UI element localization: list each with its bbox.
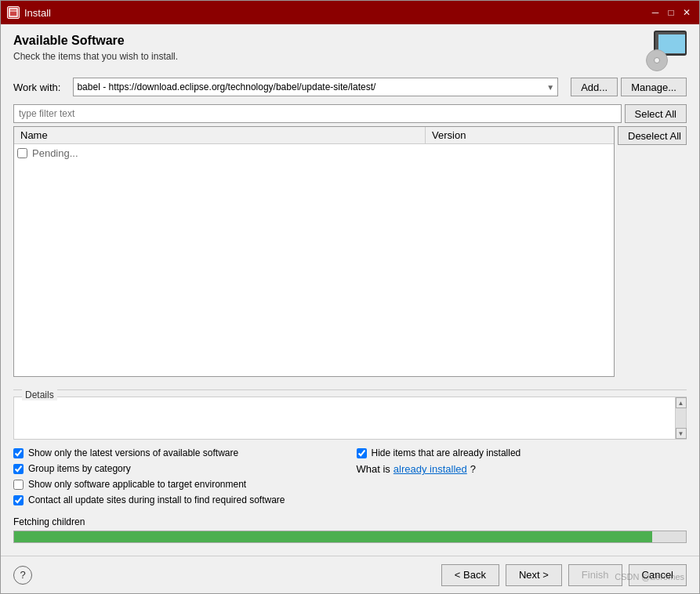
col-name: Name (14, 127, 426, 143)
row-name: Pending... (32, 147, 611, 159)
combo-value: babel - https://download.eclipse.org/tec… (77, 81, 543, 92)
options-section: Show only the latest versions of availab… (13, 447, 687, 510)
scroll-up-icon[interactable]: ▲ (676, 397, 687, 408)
select-all-button[interactable]: Select All (625, 104, 687, 123)
option-row-1: Show only the latest versions of availab… (13, 447, 344, 458)
cd-hole (654, 57, 660, 63)
filter-row: Select All (13, 104, 687, 123)
question-mark: ? (470, 463, 476, 475)
side-buttons: Deselect All (618, 126, 687, 377)
window-icon (7, 6, 20, 19)
row-checkbox[interactable] (17, 148, 27, 158)
page-title: Available Software (13, 34, 646, 48)
fetching-section: Fetching children (13, 516, 687, 543)
work-with-label: Work with: (13, 81, 60, 93)
work-with-row: Work with: babel - https://download.ecli… (13, 78, 687, 96)
page-subtitle: Check the items that you wish to install… (13, 51, 646, 62)
main-area: Name Version Pending... Deselect All (13, 126, 687, 377)
what-is-text: What is (357, 463, 390, 475)
option-row-3: Show only software applicable to target … (13, 479, 344, 490)
option-row-hide: Hide items that are already installed (357, 447, 687, 458)
software-table: Name Version Pending... (13, 126, 615, 377)
deselect-all-button[interactable]: Deselect All (618, 126, 687, 145)
option-label-1: Show only the latest versions of availab… (28, 447, 238, 458)
filter-input[interactable] (13, 104, 622, 123)
progress-bar-fill (14, 531, 652, 542)
title-bar: Install ─ □ ✕ (1, 1, 699, 24)
top-section: Available Software Check the items that … (13, 34, 687, 78)
progress-bar-container (13, 531, 687, 543)
install-icon (646, 31, 687, 71)
next-button[interactable]: Next > (506, 564, 562, 586)
option-checkbox-1[interactable] (13, 448, 24, 458)
options-right: Hide items that are already installed Wh… (357, 447, 687, 510)
close-button[interactable]: ✕ (680, 6, 693, 19)
footer: ? < Back Next > Finish Cancel CSDN @Zero… (1, 556, 699, 593)
option-label-hide: Hide items that are already installed (372, 447, 521, 458)
what-is-row: What is already installed ? (357, 463, 687, 475)
main-content: Available Software Check the items that … (1, 24, 699, 556)
minimize-button[interactable]: ─ (649, 6, 662, 19)
option-checkbox-3[interactable] (13, 480, 24, 490)
table-row[interactable]: Pending... (14, 144, 614, 161)
option-label-3: Show only software applicable to target … (28, 479, 246, 490)
options-left: Show only the latest versions of availab… (13, 447, 344, 510)
add-button[interactable]: Add... (571, 78, 618, 96)
watermark: CSDN @Zeromes (615, 572, 684, 581)
option-row-2: Group items by category (13, 463, 344, 474)
work-with-combo[interactable]: babel - https://download.eclipse.org/tec… (73, 78, 558, 96)
maximize-button[interactable]: □ (665, 6, 677, 19)
install-window: Install ─ □ ✕ Available Software Check t… (0, 0, 700, 594)
col-version: Version (426, 127, 614, 143)
details-section: Details ▲ ▼ (13, 397, 687, 440)
details-label: Details (22, 389, 57, 400)
combo-arrow-icon: ▼ (546, 83, 554, 92)
header-buttons: Add... Manage... (571, 78, 687, 96)
help-button[interactable]: ? (13, 566, 32, 585)
option-label-4: Contact all update sites during install … (28, 494, 285, 505)
separator-1 (13, 389, 687, 390)
option-row-4: Contact all update sites during install … (13, 494, 344, 505)
details-scrollbar: ▲ ▼ (675, 397, 686, 439)
option-checkbox-2[interactable] (13, 464, 24, 474)
back-button[interactable]: < Back (441, 564, 499, 586)
option-checkbox-hide[interactable] (357, 448, 367, 458)
window-title: Install (24, 7, 644, 19)
option-label-2: Group items by category (28, 463, 131, 474)
manage-button[interactable]: Manage... (621, 78, 687, 96)
already-installed-link[interactable]: already installed (394, 463, 467, 475)
cd-shape (646, 49, 668, 71)
option-checkbox-4[interactable] (13, 495, 24, 505)
title-area: Available Software Check the items that … (13, 34, 646, 73)
scroll-down-icon[interactable]: ▼ (676, 428, 687, 439)
fetching-label: Fetching children (13, 516, 687, 527)
window-controls: ─ □ ✕ (649, 6, 693, 19)
svg-rect-0 (9, 9, 17, 16)
table-header: Name Version (14, 127, 614, 144)
